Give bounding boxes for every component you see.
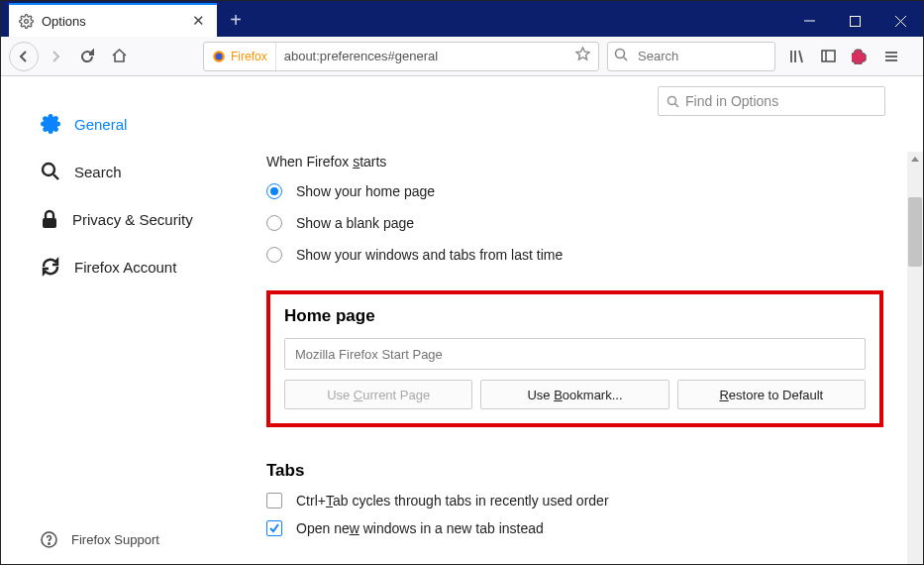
svg-rect-2 [850, 16, 860, 26]
sidebar-label: Privacy & Security [72, 211, 193, 228]
gear-icon [41, 114, 60, 134]
search-icon [608, 48, 634, 65]
checkbox-icon [266, 520, 282, 536]
svg-rect-20 [43, 218, 56, 228]
home-button[interactable] [104, 42, 134, 71]
svg-point-7 [616, 49, 625, 57]
vertical-scrollbar[interactable] [907, 152, 923, 565]
tab-title: Options [42, 14, 190, 29]
bookmark-star-icon[interactable] [567, 47, 598, 65]
sidebar-item-privacy[interactable]: Privacy & Security [41, 195, 237, 243]
svg-rect-12 [822, 51, 835, 61]
svg-line-8 [624, 56, 628, 60]
startup-heading: When Firefox starts [266, 154, 883, 170]
sidebar-support-link[interactable]: Firefox Support [41, 531, 159, 548]
radio-icon [266, 247, 282, 263]
browser-tab[interactable]: Options ✕ [9, 3, 217, 37]
library-button[interactable] [781, 42, 811, 71]
find-in-options[interactable]: Find in Options [658, 86, 885, 116]
tabs-section: Tabs Ctrl+Tab cycles through tabs in rec… [266, 461, 883, 536]
extension-icon[interactable] [845, 42, 874, 71]
lock-icon [41, 209, 58, 229]
navigation-toolbar: Firefox about:preferences#general [1, 37, 923, 76]
svg-point-22 [49, 543, 50, 544]
svg-point-0 [25, 19, 29, 23]
support-label: Firefox Support [71, 532, 159, 547]
radio-icon [266, 183, 282, 199]
sidebar-item-account[interactable]: Firefox Account [41, 243, 237, 290]
url-bar[interactable]: Firefox about:preferences#general [203, 42, 599, 71]
close-tab-button[interactable]: ✕ [190, 12, 207, 30]
url-text: about:preferences#general [276, 49, 567, 63]
identity-box[interactable]: Firefox [204, 43, 276, 70]
svg-line-24 [675, 103, 679, 107]
svg-point-23 [668, 96, 676, 104]
back-button[interactable] [9, 42, 39, 71]
radio-show-blank[interactable]: Show a blank page [266, 215, 883, 231]
search-input[interactable] [634, 49, 774, 63]
gear-icon [19, 14, 34, 29]
sidebar-label: Firefox Account [74, 259, 176, 276]
new-tab-button[interactable]: + [221, 5, 251, 35]
help-icon [41, 531, 57, 548]
minimize-button[interactable] [786, 5, 832, 37]
sidebar-label: General [74, 116, 127, 133]
content-area: General Search Privacy & Security Firefo… [1, 76, 923, 565]
sidebar-item-general[interactable]: General [41, 100, 237, 148]
find-placeholder: Find in Options [685, 93, 778, 109]
identity-label: Firefox [231, 50, 267, 63]
preferences-sidebar: General Search Privacy & Security Firefo… [1, 76, 249, 565]
sidebar-button[interactable] [813, 42, 843, 71]
radio-show-last[interactable]: Show your windows and tabs from last tim… [266, 247, 883, 263]
homepage-section-highlight: Home page Use Current Page Use Bookmark.… [266, 290, 883, 427]
use-current-page-button[interactable]: Use Current Page [284, 380, 472, 409]
homepage-url-input[interactable] [284, 338, 866, 370]
maximize-button[interactable] [832, 5, 877, 37]
tabs-title: Tabs [266, 461, 883, 481]
sync-icon [41, 257, 60, 277]
svg-point-18 [43, 164, 54, 175]
search-icon [41, 162, 60, 181]
svg-point-6 [216, 53, 223, 59]
window-controls [786, 5, 923, 37]
search-icon [667, 95, 679, 108]
checkbox-icon [266, 493, 282, 508]
menu-button[interactable] [876, 42, 906, 71]
search-bar[interactable] [607, 42, 775, 71]
radio-icon [266, 215, 282, 231]
main-panel: Find in Options When Firefox starts Show… [249, 76, 923, 565]
checkbox-new-windows[interactable]: Open new windows in a new tab instead [266, 520, 883, 536]
radio-show-home[interactable]: Show your home page [266, 183, 883, 199]
sidebar-label: Search [74, 164, 122, 180]
svg-line-11 [799, 51, 802, 62]
scroll-up-arrow[interactable] [907, 152, 923, 168]
firefox-icon [212, 50, 226, 63]
svg-line-19 [53, 174, 58, 179]
reload-button[interactable] [72, 42, 102, 71]
scroll-thumb[interactable] [908, 197, 922, 267]
window-titlebar: Options ✕ + [1, 1, 923, 37]
restore-default-button[interactable]: Restore to Default [677, 380, 866, 409]
checkbox-ctrl-tab[interactable]: Ctrl+Tab cycles through tabs in recently… [266, 493, 883, 508]
use-bookmark-button[interactable]: Use Bookmark... [480, 380, 668, 409]
forward-button[interactable] [41, 42, 70, 71]
homepage-title: Home page [284, 306, 866, 326]
sidebar-item-search[interactable]: Search [41, 148, 237, 195]
close-window-button[interactable] [877, 5, 923, 37]
